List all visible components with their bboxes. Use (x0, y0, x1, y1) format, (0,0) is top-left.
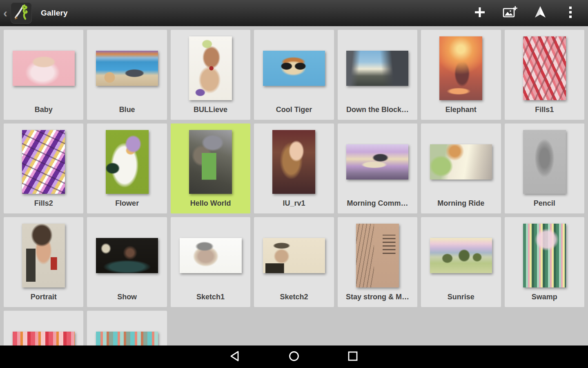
gallery-item[interactable]: Sketch1 (171, 217, 250, 307)
overflow-menu-icon (568, 6, 572, 20)
gallery-content: Baby Blue BULLieve Cool Tiger Down the B… (0, 26, 588, 346)
thumbnail-area (421, 217, 501, 290)
artwork-title: Stay strong & M… (338, 293, 417, 301)
thumbnail-area (87, 217, 167, 290)
thumbnail-area (421, 123, 501, 196)
artwork-title: Pencil (505, 199, 584, 208)
home-circle-icon (288, 350, 300, 364)
artwork-title: Hello World (171, 199, 250, 208)
gallery-item[interactable]: Sketch2 (254, 217, 334, 307)
artwork-title: Sketch1 (171, 293, 250, 301)
artwork-thumbnail (346, 144, 408, 180)
thumbnail-area (505, 217, 584, 290)
back-triangle-icon (229, 350, 241, 364)
gallery-item[interactable]: Fills2 (4, 123, 83, 213)
gallery-item[interactable]: Pencil (505, 123, 584, 213)
share-button[interactable] (531, 3, 550, 23)
artwork-title: Baby (4, 105, 83, 114)
artwork-title: Down the Block… (338, 105, 417, 114)
artwork-thumbnail (523, 130, 566, 194)
artwork-title: BULLieve (171, 105, 250, 114)
artwork-title: IU_rv1 (254, 199, 334, 208)
artwork-thumbnail (180, 238, 242, 273)
artwork-thumbnail (263, 51, 325, 86)
thumbnail-area (171, 30, 250, 103)
gallery-item[interactable]: Down the Block… (338, 30, 417, 120)
thumbnail-area (505, 30, 584, 103)
nav-home-button[interactable] (287, 350, 301, 364)
artwork-thumbnail (439, 36, 482, 100)
gallery-item[interactable]: Morning Comm… (338, 123, 417, 213)
thumbnail-area (4, 30, 83, 103)
artwork-title: Fills1 (505, 105, 584, 114)
action-bar: ‹ Gallery (0, 0, 588, 26)
thumbnail-area (171, 123, 250, 196)
artwork-thumbnail (13, 332, 75, 346)
gallery-item[interactable] (4, 311, 83, 346)
artwork-thumbnail (106, 130, 149, 194)
artwork-title: Blue (87, 105, 167, 114)
new-sketch-button[interactable] (470, 3, 489, 23)
artwork-thumbnail (430, 144, 492, 180)
gallery-item[interactable]: Stay strong & M… (338, 217, 417, 307)
artwork-title: Morning Comm… (338, 199, 417, 208)
thumbnail-area (87, 30, 167, 103)
gallery-item[interactable]: Cool Tiger (254, 30, 334, 120)
artwork-thumbnail (523, 224, 566, 287)
thumbnail-area (4, 217, 83, 290)
gallery-grid: Baby Blue BULLieve Cool Tiger Down the B… (0, 26, 588, 346)
gallery-item[interactable]: Swamp (505, 217, 584, 307)
artwork-title: Flower (87, 199, 167, 208)
artwork-thumbnail (272, 130, 315, 194)
artwork-thumbnail (346, 51, 408, 86)
thumbnail-area (421, 30, 501, 103)
gallery-item[interactable]: Blue (87, 30, 167, 120)
artwork-thumbnail (189, 130, 232, 194)
artwork-title: Sunrise (421, 293, 501, 301)
artwork-title: Sketch2 (254, 293, 334, 301)
nav-recents-button[interactable] (346, 350, 360, 364)
artwork-title: Show (87, 293, 167, 301)
page-title: Gallery (41, 9, 68, 18)
artwork-thumbnail (13, 51, 75, 86)
thumbnail-area (338, 123, 417, 196)
send-icon (534, 6, 546, 20)
thumbnail-area (87, 123, 167, 196)
gallery-item[interactable] (87, 311, 167, 346)
import-image-button[interactable] (501, 3, 519, 23)
thumbnail-area (338, 217, 417, 290)
nav-back-button[interactable] (228, 350, 242, 364)
artwork-title: Cool Tiger (254, 105, 334, 114)
artwork-thumbnail (22, 130, 65, 194)
artwork-thumbnail (430, 238, 492, 273)
thumbnail-area (4, 123, 83, 196)
app-logo-button[interactable] (11, 2, 32, 24)
gallery-item[interactable]: IU_rv1 (254, 123, 334, 213)
artwork-title: Portrait (4, 293, 83, 301)
gallery-item[interactable]: Sunrise (421, 217, 501, 307)
gallery-item[interactable]: Morning Ride (421, 123, 501, 213)
artwork-thumbnail (96, 238, 158, 273)
gallery-item[interactable]: Baby (4, 30, 83, 120)
artwork-thumbnail (189, 36, 232, 100)
action-buttons (470, 3, 588, 23)
gallery-item[interactable]: Portrait (4, 217, 83, 307)
thumbnail-area (254, 123, 334, 196)
overflow-menu-button[interactable] (561, 3, 580, 23)
artwork-thumbnail (96, 332, 158, 346)
back-chevron[interactable]: ‹ (1, 6, 10, 20)
gallery-item[interactable]: Fills1 (505, 30, 584, 120)
artwork-thumbnail (96, 51, 158, 86)
thumbnail-area (171, 217, 250, 290)
gallery-item[interactable]: Elephant (421, 30, 501, 120)
artwork-thumbnail (263, 238, 325, 273)
artwork-title: Morning Ride (421, 199, 501, 208)
thumbnail-area (4, 311, 83, 346)
gallery-item[interactable]: Hello World (171, 123, 250, 213)
android-nav-bar (0, 346, 588, 368)
gallery-item[interactable]: BULLieve (171, 30, 250, 120)
thumbnail-area (505, 123, 584, 196)
gallery-item[interactable]: Flower (87, 123, 167, 213)
gallery-item[interactable]: Show (87, 217, 167, 307)
plus-icon (474, 6, 486, 20)
